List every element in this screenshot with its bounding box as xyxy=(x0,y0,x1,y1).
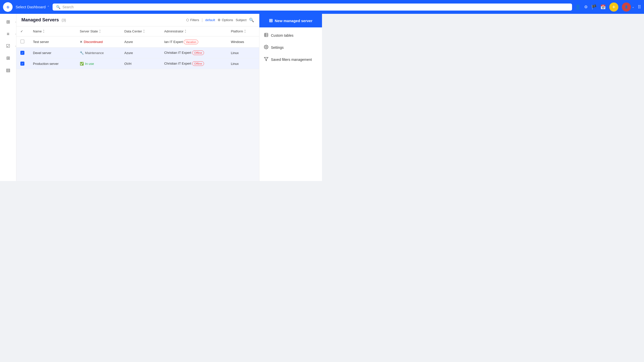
settings-icon xyxy=(264,45,268,50)
svg-marker-7 xyxy=(264,57,268,61)
header-controls: ⬡ Filters | default ⚙ Options Subject 🔍 xyxy=(186,18,254,22)
expand-arrow-icon: › xyxy=(15,33,16,35)
saved-filters-icon xyxy=(264,57,268,62)
sort-name-icon[interactable]: ▲▼ xyxy=(43,29,45,33)
col-header-name: Name ▲▼ xyxy=(29,26,76,36)
dashboard-label: Select Dashboard xyxy=(16,5,46,9)
select-all-checkmark: ✓ xyxy=(20,29,23,33)
cell-server-state: ✅In use xyxy=(76,58,120,69)
list-icon: ≡ xyxy=(7,31,10,37)
table-row: Test server✕DiscontinuedAzureIan IT Expe… xyxy=(16,36,259,48)
plus-icon: ⊞ xyxy=(269,18,273,23)
search-bar[interactable]: 🔍 Search xyxy=(53,4,322,11)
expand-arrow-icon: › xyxy=(15,21,16,23)
svg-rect-2 xyxy=(264,33,268,37)
sort-admin-icon[interactable]: ▲▼ xyxy=(184,29,186,33)
table-row: Devel server🔧MaintenanceAzureChristian I… xyxy=(16,48,259,58)
table-container: ✓ Name ▲▼ Server State ▲▼ xyxy=(16,26,259,181)
cell-platform: Linux xyxy=(227,48,259,58)
cell-name: Production server xyxy=(29,58,76,69)
expand-arrow-icon: › xyxy=(15,45,16,48)
options-icon: ⚙ xyxy=(218,18,221,22)
main-layout: ⊞ › ≡ › ☑ › ⊞ ▤ 👤 ⬆ → Ma xyxy=(0,14,322,181)
search-icon: 🔍 xyxy=(56,5,60,9)
svg-point-6 xyxy=(266,47,267,48)
select-all-header[interactable]: ✓ xyxy=(16,26,29,36)
sort-dc-icon[interactable]: ▲▼ xyxy=(143,29,145,33)
managed-servers-table: ✓ Name ▲▼ Server State ▲▼ xyxy=(16,26,259,69)
saved-filters-item[interactable]: Saved filters management xyxy=(259,54,322,66)
filters-button[interactable]: ⬡ Filters xyxy=(186,18,199,22)
new-managed-server-button[interactable]: ⊞ New managed server xyxy=(259,14,322,27)
row-checkbox[interactable] xyxy=(20,62,24,66)
page-title: Managed Servers (3) xyxy=(21,17,66,23)
options-button[interactable]: ⚙ Options xyxy=(218,18,233,22)
stack-icon: ▤ xyxy=(6,67,10,73)
filter-default-label[interactable]: default xyxy=(205,18,215,22)
col-header-administrator: Administrator ▲▼ xyxy=(160,26,227,36)
admin-status-badge: Offline xyxy=(192,61,204,66)
subject-button[interactable]: Subject xyxy=(236,18,247,22)
dashboard-icon: ⊞ xyxy=(6,19,10,25)
admin-status-badge: Offline xyxy=(192,51,204,55)
admin-status-badge: Vacation xyxy=(184,40,198,44)
cell-data-center: Azure xyxy=(120,48,160,58)
right-panel: ⊞ New managed server Custom tables xyxy=(259,14,322,181)
col-header-data-center: Data Center ▲▼ xyxy=(120,26,160,36)
cell-platform: Linux xyxy=(227,58,259,69)
custom-tables-icon xyxy=(264,33,268,38)
cell-administrator: Ian IT Expert Vacation xyxy=(160,36,227,48)
grid-icon: ⊞ xyxy=(6,55,10,61)
cell-platform: Windows xyxy=(227,36,259,48)
sidebar-item-list[interactable]: ≡ › xyxy=(2,28,14,39)
dashboard-selector[interactable]: Select Dashboard ⌃ xyxy=(16,5,50,9)
col-header-server-state: Server State ▲▼ xyxy=(76,26,120,36)
search-icon-btn[interactable]: 🔍 xyxy=(249,18,254,22)
sidebar-item-dashboard[interactable]: ⊞ › xyxy=(2,16,14,27)
cell-name: Devel server xyxy=(29,48,76,58)
table-header: Managed Servers (3) ⬡ Filters | default … xyxy=(16,14,259,26)
app-header: ① Select Dashboard ⌃ 🔍 Search 👤 ⚙ 🏴 📅 + … xyxy=(0,0,322,14)
cell-administrator: Christian IT Expert Offline xyxy=(160,48,227,58)
left-sidebar: ⊞ › ≡ › ☑ › ⊞ ▤ 👤 ⬆ → xyxy=(0,14,16,181)
sidebar-item-stack[interactable]: ▤ xyxy=(2,65,14,76)
cell-server-state: 🔧Maintenance xyxy=(76,48,120,58)
table-body: Test server✕DiscontinuedAzureIan IT Expe… xyxy=(16,36,259,69)
tasks-icon: ☑ xyxy=(6,43,10,49)
sidebar-item-tasks[interactable]: ☑ › xyxy=(2,40,14,52)
sidebar-item-grid[interactable]: ⊞ xyxy=(2,53,14,64)
sort-platform-icon[interactable]: ▲▼ xyxy=(244,29,246,33)
table-row: Production server✅In useOVHChristian IT … xyxy=(16,58,259,69)
col-header-platform: Platform ▲▼ xyxy=(227,26,259,36)
cell-server-state: ✕Discontinued xyxy=(76,36,120,48)
cell-data-center: OVH xyxy=(120,58,160,69)
chevron-down-icon: ⌃ xyxy=(47,5,50,9)
table-head: ✓ Name ▲▼ Server State ▲▼ xyxy=(16,26,259,36)
svg-text:①: ① xyxy=(7,5,9,9)
row-checkbox[interactable] xyxy=(20,39,24,43)
divider: | xyxy=(202,18,203,22)
settings-item[interactable]: Settings xyxy=(259,41,322,54)
row-checkbox[interactable] xyxy=(20,51,24,55)
cell-data-center: Azure xyxy=(120,36,160,48)
cell-name: Test server xyxy=(29,36,76,48)
right-menu-items: Custom tables Settings Saved filter xyxy=(259,27,322,181)
sort-state-icon[interactable]: ▲▼ xyxy=(99,29,101,33)
filter-icon: ⬡ xyxy=(186,18,189,22)
cell-administrator: Christian IT Expert Offline xyxy=(160,58,227,69)
logo[interactable]: ① xyxy=(3,2,13,12)
search-placeholder: Search xyxy=(62,5,73,9)
custom-tables-item[interactable]: Custom tables xyxy=(259,29,322,41)
main-content: Managed Servers (3) ⬡ Filters | default … xyxy=(16,14,259,181)
